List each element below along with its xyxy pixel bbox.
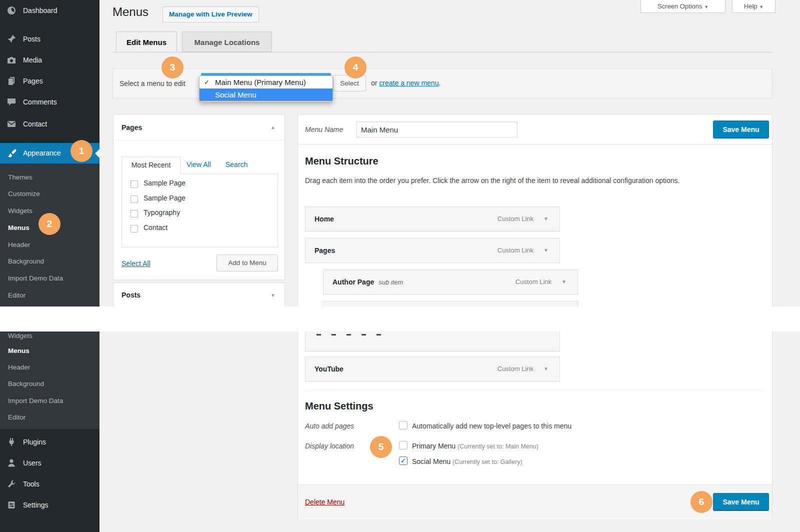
tab-edit-menus[interactable]: Edit Menus (116, 32, 177, 52)
submenu-themes[interactable]: Themes (0, 169, 100, 186)
envelope-icon (6, 119, 16, 129)
clipped-text-fragments (316, 334, 392, 336)
menu-item-pages[interactable]: Pages Custom Link ▼ (305, 238, 560, 263)
select-menu-button[interactable]: Select (333, 75, 366, 92)
pages-icon (6, 76, 16, 86)
checkbox-sample-page-2[interactable] (130, 196, 138, 203)
save-menu-button-top[interactable]: Save Menu (713, 120, 769, 138)
collapse-arrow-icon[interactable]: ▲ (270, 114, 276, 140)
sidebar-item-comments[interactable]: Comments (0, 92, 100, 112)
screenshot-stitch-gap (0, 306, 800, 332)
callout-badge-2: 2 (38, 213, 60, 235)
save-menu-button-bottom[interactable]: Save Menu (713, 493, 769, 511)
wrench-icon (6, 479, 16, 489)
menu-select-dropdown: ✓ Main Menu (Primary Menu) Social Menu (199, 76, 333, 102)
tab-view-all[interactable]: View All (186, 160, 211, 168)
primary-menu-note: (Currently set to: Main Menu) (458, 443, 538, 450)
page-title: Menus (112, 5, 148, 19)
menu-name-label: Menu Name (305, 114, 343, 144)
checkmark-icon: ✓ (204, 76, 210, 88)
menu-item-youtube[interactable]: YouTube Custom Link ▼ (305, 356, 560, 382)
checkbox-sample-page-1[interactable] (130, 180, 138, 188)
menu-item-home[interactable]: Home Custom Link ▼ (305, 206, 560, 232)
tab-search[interactable]: Search (226, 160, 248, 168)
sidebar-item-pages[interactable]: Pages (0, 70, 100, 92)
sidebar-item-media[interactable]: Media (0, 50, 100, 70)
callout-badge-3: 3 (162, 56, 184, 78)
delete-menu-link[interactable]: Delete Menu (305, 485, 344, 519)
chevron-down-icon: ▼ (704, 4, 708, 10)
submenu-background-2[interactable]: Background (0, 376, 100, 392)
settings-icon (6, 500, 16, 510)
submenu-import-demo-data-2[interactable]: Import Demo Data (0, 392, 100, 409)
callout-badge-4: 4 (344, 56, 366, 78)
checkbox-social-menu[interactable]: ✓ (399, 456, 408, 465)
submenu-menus-2[interactable]: Menus (0, 342, 100, 359)
create-new-menu-link[interactable]: create a new menu (379, 79, 438, 87)
submenu-header-2[interactable]: Header (0, 359, 100, 376)
dropdown-option-main-menu[interactable]: ✓ Main Menu (Primary Menu) (200, 76, 332, 88)
posts-panel: Posts ▼ (113, 282, 285, 308)
expand-arrow-icon[interactable]: ▼ (270, 283, 276, 308)
add-to-menu-button[interactable]: Add to Menu (216, 254, 278, 272)
help-button[interactable]: Help ▼ (732, 0, 776, 13)
submenu-editor[interactable]: Editor (0, 287, 100, 304)
checkbox-primary-menu[interactable] (399, 441, 408, 450)
posts-panel-header[interactable]: Posts ▼ (114, 283, 284, 308)
plug-icon (6, 437, 16, 447)
screen-options-button[interactable]: Screen Options ▼ (640, 0, 726, 13)
display-location-label: Display location (305, 442, 354, 450)
menu-settings-heading: Menu Settings (305, 400, 374, 412)
camera-icon (6, 55, 16, 65)
social-menu-label: Social Menu (412, 458, 450, 466)
submenu-header[interactable]: Header (0, 236, 100, 253)
or-create-menu-text: or create a new menu. (371, 75, 440, 92)
social-menu-note: (Currently set to: Gallery) (452, 458, 522, 466)
pages-checklist: Sample Page Sample Page Typography Conta… (122, 174, 278, 248)
chevron-down-icon: ▼ (759, 4, 764, 10)
checkbox-auto-add-pages[interactable] (399, 421, 408, 430)
sidebar-item-settings[interactable]: Settings (0, 494, 100, 516)
item-expand-arrow-icon[interactable]: ▼ (544, 238, 548, 262)
checkbox-typography[interactable] (130, 210, 138, 218)
callout-badge-5: 5 (370, 436, 392, 458)
manage-with-live-preview-button[interactable]: Manage with Live Preview (162, 6, 259, 22)
user-icon (6, 458, 16, 468)
sidebar-item-plugins[interactable]: Plugins (0, 432, 100, 452)
dropdown-option-social-menu[interactable]: Social Menu (200, 88, 332, 101)
pin-icon (6, 34, 16, 44)
submenu-customize[interactable]: Customize (0, 186, 100, 202)
checkbox-contact[interactable] (130, 225, 138, 232)
comment-icon (6, 97, 16, 107)
sidebar-item-posts[interactable]: Posts (0, 28, 100, 50)
auto-add-pages-label: Auto add pages (305, 422, 354, 430)
callout-badge-6: 6 (690, 491, 712, 513)
sidebar-item-users[interactable]: Users (0, 452, 100, 474)
pages-panel: Pages ▲ Most Recent View All Search Samp… (113, 114, 285, 280)
tab-most-recent[interactable]: Most Recent (122, 156, 180, 174)
item-expand-arrow-icon[interactable]: ▼ (544, 207, 548, 231)
menu-structure-heading: Menu Structure (305, 156, 378, 167)
sidebar-item-tools[interactable]: Tools (0, 474, 100, 494)
submenu-editor-2[interactable]: Editor (0, 409, 100, 426)
sub-item-note: sub item (378, 278, 403, 286)
item-expand-arrow-icon[interactable]: ▼ (562, 270, 566, 294)
select-all-link[interactable]: Select All (122, 260, 150, 268)
admin-sidebar-lower: Widgets Menus Header Background Import D… (0, 306, 100, 532)
sidebar-item-contact[interactable]: Contact (0, 114, 100, 134)
menu-item-author-page[interactable]: Author Pagesub item Custom Link ▼ (323, 270, 578, 294)
section-divider (305, 390, 765, 391)
menu-name-header: Menu Name Save Menu (298, 114, 772, 144)
wordpress-admin-menus-screen: Dashboard Posts Media Pages Comments Con… (0, 0, 800, 532)
auto-add-pages-text: Automatically add new top-level pages to… (412, 422, 572, 430)
primary-menu-label: Primary Menu (412, 442, 456, 450)
tab-manage-locations[interactable]: Manage Locations (182, 32, 272, 52)
brush-icon (6, 148, 16, 158)
submenu-import-demo-data[interactable]: Import Demo Data (0, 270, 100, 286)
submenu-background[interactable]: Background (0, 253, 100, 270)
pages-panel-header[interactable]: Pages ▲ (114, 114, 284, 140)
menu-name-input[interactable] (356, 122, 518, 138)
dashboard-icon (6, 6, 16, 16)
item-expand-arrow-icon[interactable]: ▼ (544, 357, 548, 381)
sidebar-item-dashboard[interactable]: Dashboard (0, 0, 100, 21)
